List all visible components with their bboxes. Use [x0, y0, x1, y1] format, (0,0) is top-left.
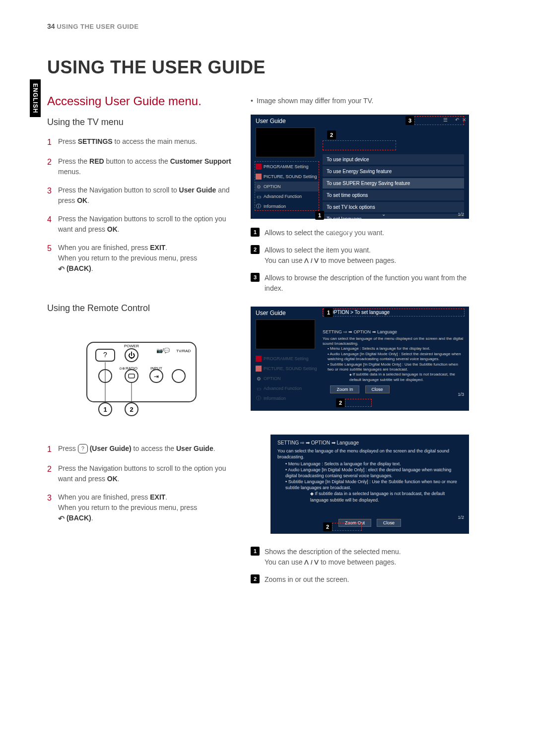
callout-badge-3: 3 [405, 116, 414, 125]
picture-icon [256, 366, 262, 372]
remote-control-diagram: ? POWER ⏻ 📷/💬 TV/RAD ⊙⊕ RATIO INPUT ⇥ 1 … [77, 337, 206, 427]
up-down-icon: ᐱ / ᐯ [304, 257, 320, 264]
step-number: 2 [47, 463, 58, 484]
svg-text:1: 1 [103, 406, 107, 413]
svg-text:📷/💬: 📷/💬 [156, 347, 170, 354]
page-indicator: 1/2 [458, 212, 464, 217]
page-header: 34 USING THE USER GUIDE [47, 22, 139, 30]
step-number: 1 [47, 136, 58, 148]
guide-item: To set language [323, 214, 464, 224]
callout-badge: 1 [251, 547, 260, 556]
remote-heading: Using the Remote Control [47, 303, 236, 314]
guide-item: To set country [323, 226, 464, 236]
callout-badge-1: 1 [324, 308, 333, 317]
guide-item: To set TV lock options [323, 202, 464, 212]
page-indicator: 1/3 [458, 392, 464, 397]
step-number: 3 [47, 185, 58, 206]
guide-item: To set time options [323, 190, 464, 200]
svg-point-11 [125, 370, 138, 382]
svg-point-16 [172, 370, 185, 382]
callout-badge: 2 [251, 245, 260, 254]
svg-rect-12 [129, 374, 134, 378]
tvmenu-heading: Using the TV menu [47, 117, 236, 127]
up-down-icon: ᐱ / ᐯ [304, 559, 320, 566]
svg-text:⇥: ⇥ [154, 373, 159, 380]
user-guide-panel-2: User Guide OPTION > To set language PROG… [251, 307, 469, 411]
tvmenu-steps: 1 Press SETTINGS to access the main menu… [47, 136, 236, 275]
step-number: 1 [47, 443, 58, 455]
page-indicator: 1/2 [458, 515, 464, 520]
header-section-title: USING THE USER GUIDE [57, 23, 138, 30]
user-guide-button-icon: ? [78, 444, 88, 453]
accessing-heading: Accessing User Guide menu. [47, 94, 236, 108]
note-text: Image shown may differ from your TV. [251, 97, 469, 105]
close-button[interactable]: Close [377, 519, 401, 527]
callout-badge: 1 [251, 228, 260, 237]
callout-badge-2: 2 [336, 398, 345, 407]
language-tab: ENGLISH [30, 79, 41, 117]
chevron-down-icon: ⌄ [382, 211, 386, 217]
callout-badge-2: 2 [327, 130, 336, 139]
svg-text:⊙⊕: ⊙⊕ [119, 367, 125, 370]
callout-badge-1: 1 [315, 211, 324, 220]
page-number: 34 [47, 22, 55, 30]
preview-thumbnail [256, 319, 315, 349]
step-number: 4 [47, 214, 58, 235]
svg-text:POWER: POWER [124, 344, 139, 348]
programme-icon [256, 356, 262, 362]
callout-badge-2: 2 [323, 522, 332, 531]
user-guide-panel-1: User Guide ☰ ↶ ✕ PROGRAMME Setting PICTU… [251, 115, 469, 219]
svg-text:TV/RAD: TV/RAD [176, 349, 191, 353]
gear-icon: ⚙ [256, 376, 262, 381]
guide-item: To use Energy Saving feature [323, 166, 464, 177]
step-number: 2 [47, 156, 58, 177]
setting-path: SETTING ⇨ ➡ OPTION ➡ Language [277, 440, 462, 446]
user-guide-panel-3: SETTING ⇨ ➡ OPTION ➡ Language You can se… [270, 435, 469, 534]
step-number: 3 [47, 492, 58, 525]
remote-steps: 1 Press ? (User Guide) to access the Use… [47, 443, 236, 525]
svg-text:2: 2 [130, 406, 133, 413]
svg-text:?: ? [103, 351, 107, 359]
setting-path: SETTING ⇨ ➡ OPTION ➡ Language [323, 329, 464, 335]
step-number: 5 [47, 243, 58, 275]
callout-badge: 2 [251, 574, 260, 583]
back-icon: ↶ [58, 513, 65, 525]
preview-thumbnail [256, 127, 315, 157]
zoom-in-button[interactable]: Zoom In [330, 385, 359, 393]
guide-item: To use SUPER Energy Saving feature [323, 178, 464, 189]
svg-text:⏻: ⏻ [128, 351, 135, 359]
guide-item: To use input device [323, 154, 464, 165]
callout-badge: 3 [251, 273, 260, 282]
back-icon: ↶ [58, 263, 65, 275]
close-button[interactable]: Close [365, 385, 390, 393]
page-title: USING THE USER GUIDE [47, 57, 266, 78]
